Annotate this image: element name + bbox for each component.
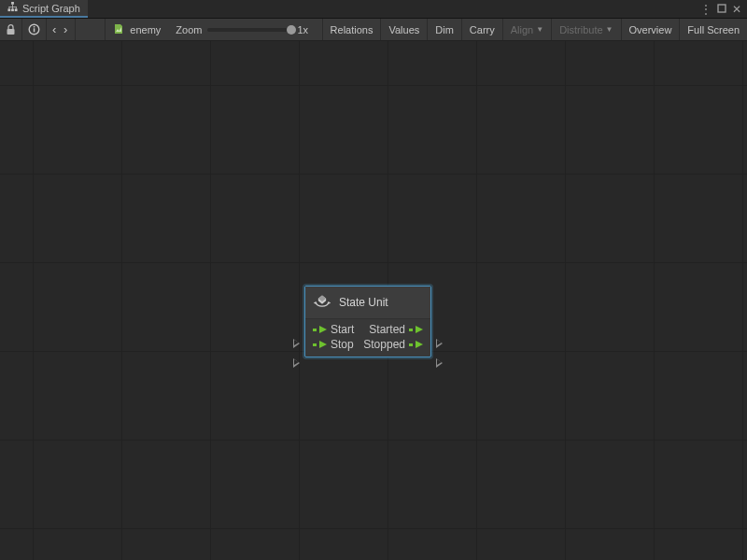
flow-arrow-icon: [313, 343, 317, 346]
tab-bar: Script Graph ⋮ ✕: [0, 0, 747, 19]
flow-arrow-icon: [409, 343, 413, 346]
zoom-slider[interactable]: [207, 28, 291, 32]
state-unit-node[interactable]: State Unit Start Started Stop Sto: [304, 286, 431, 357]
flow-arrow-icon: [319, 341, 327, 348]
maximize-icon[interactable]: [717, 3, 726, 16]
port-label: Stopped: [363, 338, 405, 351]
chevron-down-icon: ▼: [536, 25, 543, 34]
zoom-value: 1x: [297, 24, 308, 35]
toolbar-gap: [76, 19, 106, 40]
info-button[interactable]: [22, 19, 47, 40]
align-label: Align: [511, 24, 533, 35]
node-body: Start Started Stop Stopped: [305, 319, 430, 357]
flow-arrow-icon: [416, 341, 423, 348]
zoom-slider-thumb[interactable]: [287, 25, 296, 35]
flow-input-port-1[interactable]: [293, 339, 300, 348]
toolbar: ‹ › enemy Zoom 1x Relations Values Dim C…: [0, 19, 747, 41]
flow-arrow-icon: [416, 326, 423, 333]
port-out-stopped[interactable]: Stopped: [363, 338, 423, 351]
port-row-2: Stop Stopped: [313, 338, 423, 351]
zoom-label: Zoom: [176, 24, 202, 35]
chevron-down-icon: ▼: [606, 25, 613, 34]
values-button[interactable]: Values: [381, 19, 428, 40]
toolbar-fill: [316, 19, 323, 40]
hierarchy-icon: [7, 2, 18, 14]
flow-input-port-2[interactable]: [293, 358, 300, 368]
port-in-stop[interactable]: Stop: [313, 338, 354, 351]
fullscreen-button[interactable]: Full Screen: [680, 19, 747, 40]
more-icon[interactable]: ⋮: [700, 3, 712, 16]
tab-label: Script Graph: [22, 3, 80, 14]
tab-bar-spacer: [88, 0, 695, 18]
svg-rect-8: [12, 7, 13, 9]
svg-rect-6: [9, 7, 10, 9]
relations-button[interactable]: Relations: [323, 19, 382, 40]
close-icon[interactable]: ✕: [732, 3, 741, 16]
dim-button[interactable]: Dim: [428, 19, 462, 40]
svg-rect-13: [34, 26, 35, 28]
align-button[interactable]: Align▼: [503, 19, 552, 40]
port-label: Stop: [331, 338, 354, 351]
tab-script-graph[interactable]: Script Graph: [0, 0, 88, 18]
svg-rect-7: [16, 7, 17, 9]
port-row-1: Start Started: [313, 323, 423, 336]
flow-arrow-icon: [319, 326, 327, 333]
port-label: Start: [331, 323, 354, 336]
lock-button[interactable]: [0, 19, 22, 40]
flow-output-port-2[interactable]: [436, 358, 443, 368]
window-controls: ⋮ ✕: [695, 0, 747, 18]
svg-rect-10: [7, 29, 15, 35]
graph-reference[interactable]: enemy: [106, 19, 168, 40]
graph-asset-icon: [113, 23, 124, 36]
svg-rect-12: [34, 28, 35, 32]
carry-button[interactable]: Carry: [462, 19, 503, 40]
overview-button[interactable]: Overview: [622, 19, 681, 40]
graph-canvas[interactable]: State Unit Start Started Stop Sto: [0, 41, 747, 560]
node-header[interactable]: State Unit: [305, 287, 430, 319]
distribute-label: Distribute: [559, 24, 602, 35]
flow-output-port-1[interactable]: [436, 339, 443, 348]
svg-rect-9: [718, 5, 726, 12]
zoom-control: Zoom 1x: [168, 19, 316, 40]
flow-arrow-icon: [313, 329, 317, 331]
port-out-started[interactable]: Started: [369, 323, 423, 336]
node-title: State Unit: [339, 296, 388, 309]
graph-reference-label: enemy: [130, 24, 161, 35]
port-label: Started: [369, 323, 405, 336]
port-in-start[interactable]: Start: [313, 323, 354, 336]
svg-rect-0: [11, 2, 14, 5]
breadcrumb-button[interactable]: ‹ ›: [47, 19, 76, 40]
distribute-button[interactable]: Distribute▼: [552, 19, 621, 40]
flow-arrow-icon: [409, 329, 413, 331]
state-unit-icon: [313, 293, 331, 312]
